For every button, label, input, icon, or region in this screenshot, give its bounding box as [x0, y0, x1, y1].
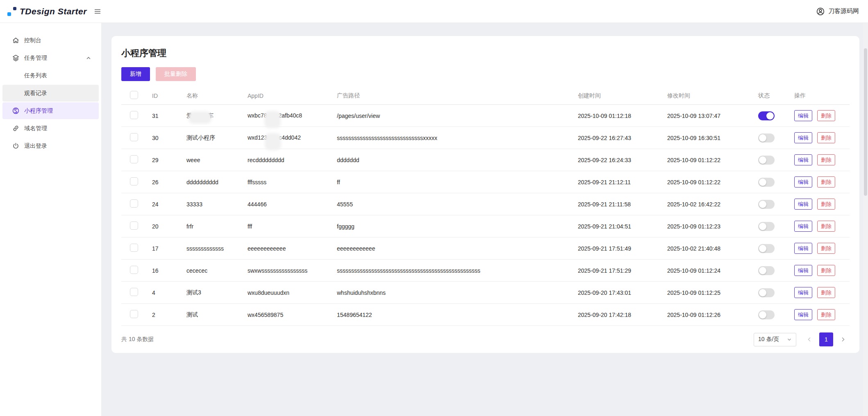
edit-button[interactable]: 编辑 — [794, 154, 812, 165]
edit-button[interactable]: 编辑 — [794, 199, 812, 210]
table-row: 31 爱车 wxbc782afb40c8 /pages/user/view 20… — [121, 105, 850, 127]
table-header-row: ID 名称 AppID 广告路径 创建时间 修改时间 状态 操作 — [121, 87, 850, 105]
current-page[interactable]: 1 — [819, 332, 833, 346]
delete-button[interactable]: 删除 — [817, 176, 835, 188]
cell-appid: wxbc782afb40c8 — [248, 107, 337, 124]
header-created: 创建时间 — [578, 92, 667, 99]
sidebar-item-task-management[interactable]: 任务管理 — [2, 50, 99, 66]
header-actions: 操作 — [794, 92, 850, 99]
miniprogram-table: ID 名称 AppID 广告路径 创建时间 修改时间 状态 操作 31 爱车 w… — [121, 87, 850, 326]
header-id: ID — [152, 93, 186, 99]
edit-button[interactable]: 编辑 — [794, 110, 812, 121]
prev-page-button[interactable] — [803, 333, 816, 346]
delete-button[interactable]: 删除 — [817, 265, 835, 276]
cell-created-time: 2025-10-09 01:12:18 — [578, 113, 667, 119]
collapse-menu-icon[interactable] — [93, 7, 102, 16]
delete-button[interactable]: 删除 — [817, 243, 835, 254]
edit-button[interactable]: 编辑 — [794, 176, 812, 188]
row-checkbox[interactable] — [130, 266, 138, 274]
status-toggle[interactable] — [758, 178, 775, 187]
row-checkbox[interactable] — [130, 244, 138, 252]
cell-created-time: 2025-09-22 16:24:33 — [578, 157, 667, 163]
cell-id: 4 — [152, 289, 186, 296]
row-checkbox[interactable] — [130, 310, 138, 318]
row-checkbox[interactable] — [130, 222, 138, 230]
status-toggle[interactable] — [758, 266, 775, 275]
sidebar-item-domain-management[interactable]: 域名管理 — [2, 120, 99, 137]
sidebar-item-logout[interactable]: 退出登录 — [2, 138, 99, 154]
cell-name: 33333 — [186, 201, 248, 208]
sidebar-item-miniprogram-management[interactable]: 小程序管理 — [2, 102, 99, 119]
status-toggle[interactable] — [758, 111, 775, 120]
delete-button[interactable]: 删除 — [817, 154, 835, 165]
status-toggle[interactable] — [758, 156, 775, 165]
cell-created-time: 2025-09-21 17:51:29 — [578, 267, 667, 274]
sidebar-item-dashboard[interactable]: 控制台 — [2, 32, 99, 49]
cell-modified-time: 2025-10-02 21:40:48 — [667, 245, 758, 252]
row-checkbox[interactable] — [130, 111, 138, 119]
edit-button[interactable]: 编辑 — [794, 265, 812, 276]
row-checkbox[interactable] — [130, 177, 138, 185]
edit-button[interactable]: 编辑 — [794, 243, 812, 254]
batch-delete-button[interactable]: 批量删除 — [156, 67, 196, 81]
cell-created-time: 2025-09-21 21:11:58 — [578, 201, 667, 208]
cell-created-time: 2025-09-21 21:12:11 — [578, 179, 667, 185]
edit-button[interactable]: 编辑 — [794, 132, 812, 143]
user-name: 刀客源码网 — [828, 7, 859, 15]
edit-button[interactable]: 编辑 — [794, 287, 812, 298]
cell-id: 30 — [152, 135, 186, 141]
delete-button[interactable]: 删除 — [817, 287, 835, 298]
status-toggle[interactable] — [758, 200, 775, 209]
chevron-down-icon — [787, 337, 792, 342]
cell-name: 测试 — [186, 311, 248, 319]
status-toggle[interactable] — [758, 133, 775, 142]
status-toggle[interactable] — [758, 310, 775, 319]
delete-button[interactable]: 删除 — [817, 221, 835, 232]
app-logo[interactable]: TDesign Starter — [7, 6, 87, 17]
header-name: 名称 — [186, 92, 248, 99]
delete-button[interactable]: 删除 — [817, 132, 835, 143]
status-toggle[interactable] — [758, 222, 775, 231]
table-row: 4 测试3 wxu8dueuuudxn whshuiduhshxbnns 202… — [121, 282, 850, 304]
table-row: 20 frfr fff fggggg 2025-09-21 21:04:51 2… — [121, 215, 850, 237]
cell-id: 2 — [152, 312, 186, 318]
status-toggle[interactable] — [758, 244, 775, 253]
logo-icon — [7, 6, 16, 17]
row-checkbox[interactable] — [130, 155, 138, 163]
row-checkbox[interactable] — [130, 199, 138, 208]
edit-button[interactable]: 编辑 — [794, 309, 812, 320]
sidebar-item-task-list[interactable]: 任务列表 — [2, 67, 99, 84]
delete-button[interactable]: 删除 — [817, 309, 835, 320]
cell-appid: fff — [248, 223, 337, 230]
link-icon — [11, 124, 20, 133]
cell-ad-path: /pages/user/view — [337, 113, 578, 119]
header-appid: AppID — [248, 93, 337, 99]
edit-button[interactable]: 编辑 — [794, 221, 812, 232]
row-checkbox[interactable] — [130, 133, 138, 141]
next-page-button[interactable] — [836, 333, 850, 346]
row-checkbox[interactable] — [130, 288, 138, 296]
user-menu[interactable]: 刀客源码网 — [816, 7, 859, 16]
cell-name: cececec — [186, 267, 248, 274]
cell-appid: fffsssss — [248, 179, 337, 185]
delete-button[interactable]: 删除 — [817, 110, 835, 121]
censor-blur — [189, 111, 211, 124]
cell-created-time: 2025-09-20 17:43:01 — [578, 289, 667, 296]
select-all-checkbox[interactable] — [130, 91, 138, 99]
cell-id: 24 — [152, 201, 186, 208]
cell-created-time: 2025-09-20 17:42:18 — [578, 312, 667, 318]
add-button[interactable]: 新增 — [121, 67, 150, 81]
scrollbar-thumb[interactable] — [864, 48, 867, 196]
cell-created-time: 2025-09-22 16:27:43 — [578, 135, 667, 141]
cell-appid: wxu8dueuuudxn — [248, 289, 337, 296]
cell-ad-path: ssssssssssssssssssssssssssssssssssssssss… — [337, 267, 578, 274]
cell-id: 20 — [152, 223, 186, 230]
sidebar-item-watch-records[interactable]: 观看记录 — [2, 85, 99, 102]
status-toggle[interactable] — [758, 288, 775, 297]
page-size-select[interactable]: 10 条/页 — [754, 333, 796, 346]
cell-name: dddddddddd — [186, 179, 248, 185]
cell-id: 26 — [152, 179, 186, 185]
cell-modified-time: 2025-10-09 01:12:26 — [667, 312, 758, 318]
delete-button[interactable]: 删除 — [817, 199, 835, 210]
user-avatar-icon — [816, 7, 825, 16]
